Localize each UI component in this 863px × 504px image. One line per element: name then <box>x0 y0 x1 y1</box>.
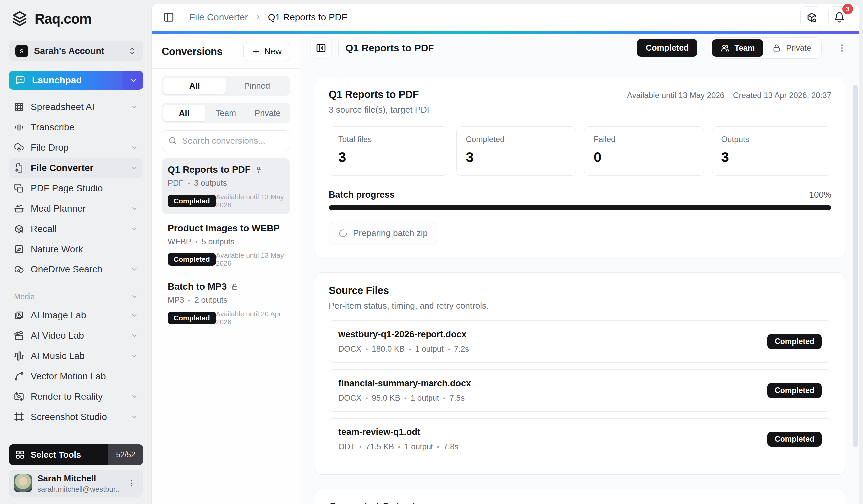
sidebar-item-ai-image-lab[interactable]: AI Image Lab <box>9 306 143 325</box>
more-vertical-icon[interactable] <box>835 41 849 55</box>
chevron-down-icon <box>130 413 138 421</box>
chevron-down-icon <box>130 205 138 212</box>
sidebar-item-transcribe[interactable]: Transcribe <box>9 118 143 137</box>
sidebar-item-nature-work[interactable]: Nature Work <box>9 240 143 259</box>
sidebar-item-file-converter[interactable]: File Converter <box>9 158 143 178</box>
panel-left-toggle-icon[interactable] <box>161 9 177 26</box>
tab-all[interactable]: All <box>163 78 226 94</box>
chevron-down-icon <box>130 225 138 233</box>
chevron-down-icon <box>130 164 138 172</box>
section-title: Source Files <box>329 285 831 297</box>
chevron-down-icon <box>130 103 138 111</box>
file-row-westbury: westbury-q1-2026-report.docx DOCX180.0 K… <box>329 320 831 363</box>
content-window: File Converter Q1 Reports to PDF 3 Conve… <box>152 4 859 504</box>
toggle-private[interactable]: Private <box>763 39 820 56</box>
account-initial-badge: s <box>15 44 28 57</box>
tab-pinned[interactable]: Pinned <box>226 78 289 94</box>
list-item-product-images[interactable]: Product Images to WEBP WEBP5 outputs Com… <box>162 217 290 273</box>
audio-lines-icon <box>14 122 24 132</box>
clapperboard-icon <box>14 331 24 341</box>
preparing-zip-button[interactable]: Preparing batch zip <box>329 222 437 244</box>
visibility-toggle: Team Private <box>710 37 822 59</box>
conversions-panel: Conversions New All Pinned All Team Priv… <box>152 34 300 504</box>
sidebar-item-ai-video-lab[interactable]: AI Video Lab <box>9 326 143 345</box>
camera-rotate-icon <box>14 391 24 402</box>
panel-collapse-button[interactable] <box>310 37 332 59</box>
status-badge: Completed <box>168 253 216 266</box>
notification-count-badge: 3 <box>841 4 854 15</box>
select-tools-button[interactable]: Select Tools 52/52 <box>9 444 143 465</box>
sidebar-item-pdf-page-studio[interactable]: PDF Page Studio <box>9 179 143 198</box>
sidebar-item-recall[interactable]: Recall <box>9 219 143 238</box>
sidebar-item-onedrive-search[interactable]: OneDrive Search <box>9 260 143 279</box>
toggle-team[interactable]: Team <box>712 39 763 56</box>
launchpad-expand-button[interactable] <box>123 70 143 90</box>
package-search-button[interactable] <box>800 6 822 28</box>
card-dates: Available until 13 May 2026 Created 13 A… <box>627 91 831 100</box>
progress-fill <box>329 205 831 210</box>
status-badge: Completed <box>767 432 822 447</box>
chevron-down-icon <box>130 393 138 400</box>
new-conversion-button[interactable]: New <box>243 42 290 61</box>
sidebar-item-ai-music-lab[interactable]: AI Music Lab <box>9 346 143 366</box>
stat-completed: Completed 3 <box>456 126 576 176</box>
search-conversions <box>162 130 290 151</box>
image-leaf-icon <box>14 244 24 254</box>
scrollbar-thumb[interactable] <box>853 85 858 448</box>
generated-outputs-card: Generated Outputs <box>315 489 845 504</box>
sidebar-item-meal-planner[interactable]: Meal Planner <box>9 199 143 218</box>
sidebar-item-vector-motion-lab[interactable]: Vector Motion Lab <box>9 366 143 386</box>
main-area: Q1 Reports to PDF Completed Team Private <box>300 34 859 504</box>
section-title: Generated Outputs <box>329 501 831 504</box>
sidebar-item-launchpad[interactable]: Launchpad <box>9 70 143 90</box>
chevron-down-icon <box>130 352 138 360</box>
status-badge: Completed <box>637 39 697 56</box>
sidebar-section-media[interactable]: Media <box>9 289 143 305</box>
account-switcher[interactable]: s Sarah's Account <box>9 41 143 61</box>
sidebar-item-render-to-reality[interactable]: Render to Reality <box>9 387 143 406</box>
cloud-search-icon <box>14 264 24 274</box>
avatar <box>14 474 32 492</box>
chevron-down-icon <box>130 293 138 300</box>
more-vertical-icon[interactable] <box>125 477 138 490</box>
card-subtitle: 3 source file(s), target PDF <box>329 105 432 115</box>
chevron-right-icon <box>254 13 262 21</box>
notifications-button[interactable]: 3 <box>828 6 850 28</box>
section-subtitle: Per-item status, timing, and retry contr… <box>329 301 831 311</box>
status-badge: Completed <box>767 383 822 398</box>
overview-card: Q1 Reports to PDF 3 source file(s), targ… <box>315 77 845 258</box>
sidebar-item-spreadsheet-ai[interactable]: Spreadsheet AI <box>9 98 143 117</box>
sidebar-item-screenshot-studio[interactable]: Screenshot Studio <box>9 407 143 426</box>
file-row-financial: financial-summary-march.docx DOCX95.0 KB… <box>329 369 831 412</box>
tab-visibility-team[interactable]: Team <box>205 105 247 121</box>
source-files-card: Source Files Per-item status, timing, an… <box>315 272 845 475</box>
status-badge: Completed <box>168 312 216 324</box>
chat-dashed-icon <box>15 75 25 85</box>
list-item-batch-mp3[interactable]: Batch to MP3 MP32 outputs Completed Avai… <box>162 275 290 331</box>
accent-gradient-bar <box>152 30 859 34</box>
cooking-pot-icon <box>14 204 24 214</box>
list-item-q1-reports[interactable]: Q1 Reports to PDF PDF3 outputs Completed… <box>162 158 290 214</box>
page-title: Q1 Reports to PDF <box>345 42 434 54</box>
tools-count-badge: 52/52 <box>108 444 143 465</box>
main-scroll-region[interactable]: Q1 Reports to PDF 3 source file(s), targ… <box>300 62 859 504</box>
divider <box>183 10 184 24</box>
search-input[interactable] <box>182 136 294 146</box>
progress-bar <box>329 205 831 210</box>
table-icon <box>14 102 24 112</box>
sidebar-item-file-drop[interactable]: File Drop <box>9 138 143 157</box>
spinner-icon <box>338 229 348 238</box>
scope-tabs: All Pinned <box>162 76 290 96</box>
tab-visibility-private[interactable]: Private <box>247 105 288 121</box>
user-card[interactable]: Sarah Mitchell sarah.mitchell@westbur... <box>9 470 143 497</box>
main-header: Q1 Reports to PDF Completed Team Private <box>300 34 859 62</box>
tab-visibility-all[interactable]: All <box>163 105 205 121</box>
frame-icon <box>14 412 24 422</box>
stats-row: Total files 3 Completed 3 Failed 0 Out <box>329 126 831 176</box>
chevrons-up-down-icon <box>128 47 137 55</box>
card-title: Q1 Reports to PDF <box>329 89 432 101</box>
divider <box>338 41 339 55</box>
layers-logo-icon <box>11 10 29 28</box>
pin-icon <box>255 166 263 174</box>
breadcrumb-parent[interactable]: File Converter <box>189 12 248 23</box>
